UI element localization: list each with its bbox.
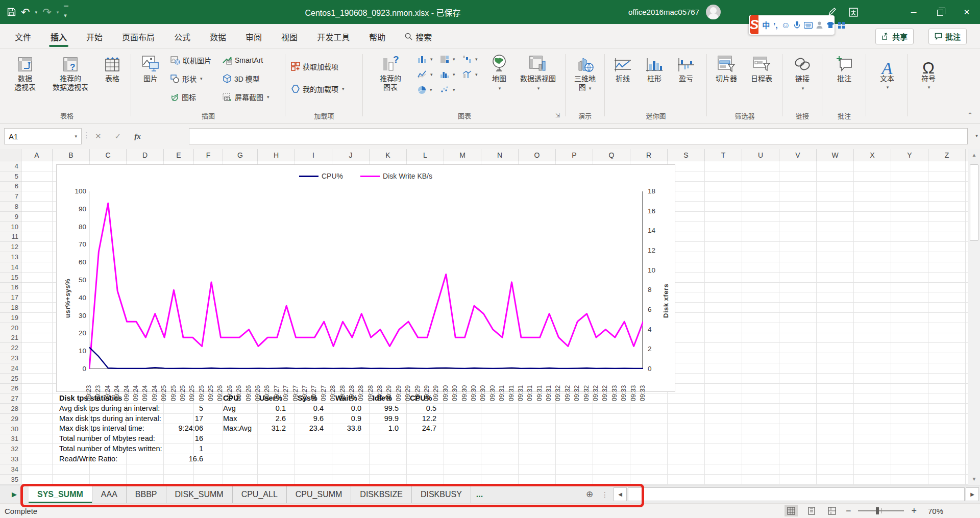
sheet-nav-arrow-icon[interactable]: ▶ xyxy=(0,485,29,503)
menu-tab-公式[interactable]: 公式 xyxy=(164,24,200,49)
column-header-K[interactable]: K xyxy=(370,149,407,161)
row-header-27[interactable]: 27 xyxy=(0,393,21,404)
column-header-R[interactable]: R xyxy=(630,149,668,161)
microphone-icon[interactable] xyxy=(794,21,800,29)
series-line-Disk Write KB/s[interactable] xyxy=(89,203,643,369)
column-header-L[interactable]: L xyxy=(407,149,444,161)
scroll-down-icon[interactable]: ▼ xyxy=(968,476,980,482)
column-header-X[interactable]: X xyxy=(854,149,891,161)
insert-column-chart-button[interactable]: ▾ xyxy=(418,53,433,65)
enter-icon[interactable]: ✓ xyxy=(115,132,121,141)
sparkline-column-button[interactable]: 柱形 xyxy=(641,52,668,83)
row-header-11[interactable]: 11 xyxy=(0,232,21,242)
row-header-29[interactable]: 29 xyxy=(0,414,21,424)
zoom-level[interactable]: 70% xyxy=(924,507,943,515)
row-header-7[interactable]: 7 xyxy=(0,191,21,202)
column-header-B[interactable]: B xyxy=(53,149,90,161)
row-header-31[interactable]: 31 xyxy=(0,434,21,445)
zoom-slider[interactable] xyxy=(858,510,904,511)
icons-button[interactable]: 图标 xyxy=(170,91,196,103)
sheet-tab-DISK_SUMM[interactable]: DISK_SUMM xyxy=(166,485,233,503)
ime-punctuation-icon[interactable]: ’, xyxy=(773,21,777,29)
nmon-chart[interactable]: CPU%Disk Write KB/s usr%+sys% Disk xfers… xyxy=(56,164,675,392)
sheet-tab-CPU_SUMM[interactable]: CPU_SUMM xyxy=(287,485,352,503)
row-header-35[interactable]: 35 xyxy=(0,475,21,485)
my-addins-button[interactable]: 我的加载项▾ xyxy=(291,83,345,95)
ime-chinese-mode-icon[interactable]: 中 xyxy=(762,21,770,29)
restore-button[interactable] xyxy=(927,0,953,24)
column-header-F[interactable]: F xyxy=(194,149,223,161)
zoom-out-icon[interactable]: − xyxy=(846,506,851,515)
vertical-scroll-thumb[interactable] xyxy=(970,164,978,241)
keyboard-icon[interactable] xyxy=(804,22,813,29)
column-header-N[interactable]: N xyxy=(481,149,519,161)
row-header-5[interactable]: 5 xyxy=(0,171,21,182)
insert-histogram-chart-button[interactable]: ▾ xyxy=(440,68,455,81)
column-header-Z[interactable]: Z xyxy=(928,149,966,161)
sparkline-line-button[interactable]: 折线 xyxy=(609,52,636,83)
row-header-4[interactable]: 4 xyxy=(0,161,21,171)
screenshot-button[interactable]: 屏幕截图▾ xyxy=(223,91,270,103)
column-header-T[interactable]: T xyxy=(705,149,742,161)
sheet-tab-AAA[interactable]: AAA xyxy=(92,485,127,503)
symbols-button[interactable]: Ω 符号 ▾ xyxy=(915,52,942,92)
row-header-28[interactable]: 28 xyxy=(0,404,21,414)
scroll-up-icon[interactable]: ▲ xyxy=(968,149,980,158)
column-header-P[interactable]: P xyxy=(556,149,593,161)
avatar[interactable] xyxy=(706,5,721,19)
column-header-G[interactable]: G xyxy=(223,149,258,161)
column-header-Q[interactable]: Q xyxy=(593,149,630,161)
page-break-view-button[interactable] xyxy=(825,505,839,516)
zoom-in-icon[interactable]: + xyxy=(911,506,917,515)
row-header-19[interactable]: 19 xyxy=(0,313,21,323)
expand-formula-bar-icon[interactable]: ▾ xyxy=(975,133,978,138)
insert-combo-chart-button[interactable]: ▾ xyxy=(462,68,478,81)
column-header-M[interactable]: M xyxy=(444,149,481,161)
account-person-icon[interactable] xyxy=(816,21,823,29)
row-header-15[interactable]: 15 xyxy=(0,273,21,283)
row-header-32[interactable]: 32 xyxy=(0,444,21,454)
menu-tab-开始[interactable]: 开始 xyxy=(77,24,112,49)
table-button[interactable]: 表格 xyxy=(97,52,128,83)
row-header-22[interactable]: 22 xyxy=(0,343,21,353)
column-header-E[interactable]: E xyxy=(164,149,194,161)
sparkline-winloss-button[interactable]: 盈亏 xyxy=(673,52,699,83)
column-header-O[interactable]: O xyxy=(519,149,556,161)
insert-treemap-chart-button[interactable]: ▾ xyxy=(440,53,455,65)
skin-icon[interactable] xyxy=(826,21,835,29)
menu-tab-插入[interactable]: 插入 xyxy=(41,24,77,49)
menu-tab-数据[interactable]: 数据 xyxy=(200,24,236,49)
sheet-tab-BBBP[interactable]: BBBP xyxy=(127,485,166,503)
column-header-Y[interactable]: Y xyxy=(891,149,928,161)
row-header-18[interactable]: 18 xyxy=(0,303,21,313)
insert-pie-chart-button[interactable]: ▾ xyxy=(418,84,432,96)
get-addins-button[interactable]: 获取加载项 xyxy=(291,60,338,72)
hscroll-right-icon[interactable]: ▶ xyxy=(966,487,979,501)
column-header-D[interactable]: D xyxy=(127,149,164,161)
insert-waterfall-chart-button[interactable]: ▾ xyxy=(462,53,478,65)
sogou-logo-icon[interactable]: S xyxy=(750,15,758,34)
row-header-13[interactable]: 13 xyxy=(0,252,21,262)
column-header-H[interactable]: H xyxy=(258,149,295,161)
column-header-I[interactable]: I xyxy=(295,149,332,161)
row-header-8[interactable]: 8 xyxy=(0,202,21,212)
row-header-25[interactable]: 25 xyxy=(0,374,21,384)
3d-models-button[interactable]: 3D 模型 xyxy=(223,72,260,85)
cancel-icon[interactable]: ✕ xyxy=(95,132,102,141)
hscroll-left-icon[interactable]: ◀ xyxy=(614,487,627,501)
row-header-26[interactable]: 26 xyxy=(0,384,21,394)
formula-input[interactable] xyxy=(189,128,968,144)
series-line-CPU%[interactable] xyxy=(89,348,643,368)
row-header-33[interactable]: 33 xyxy=(0,454,21,464)
row-header-20[interactable]: 20 xyxy=(0,323,21,333)
insert-function-icon[interactable]: fx xyxy=(134,132,141,141)
new-sheet-icon[interactable]: ⊕ xyxy=(582,485,597,503)
row-header-30[interactable]: 30 xyxy=(0,424,21,434)
ime-mode-icon[interactable] xyxy=(843,0,864,24)
select-all-corner[interactable] xyxy=(0,149,21,161)
row-header-16[interactable]: 16 xyxy=(0,283,21,293)
column-header-U[interactable]: U xyxy=(742,149,779,161)
share-button[interactable]: 共享 xyxy=(875,29,914,44)
row-header-21[interactable]: 21 xyxy=(0,333,21,343)
column-header-V[interactable]: V xyxy=(779,149,817,161)
